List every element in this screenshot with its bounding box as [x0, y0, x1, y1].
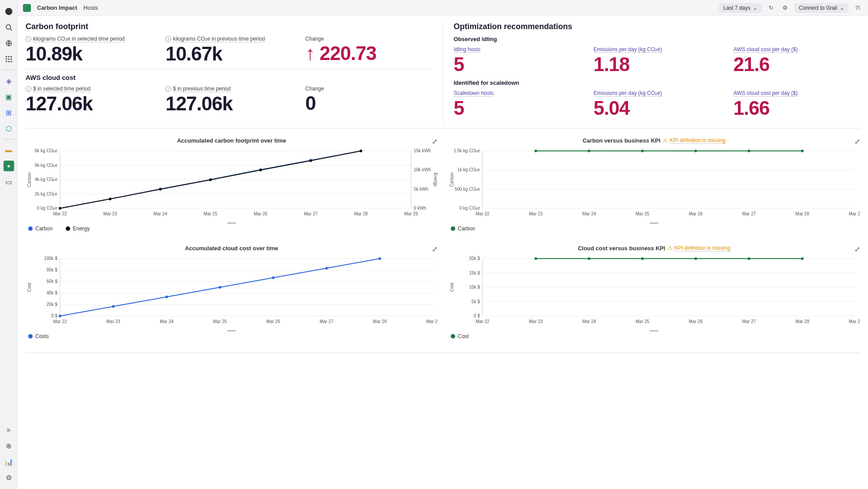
svg-rect-4 — [6, 56, 7, 57]
idling-emissions-link[interactable]: Emissions per day (kg CO₂e) — [594, 46, 662, 53]
svg-point-51 — [310, 159, 312, 162]
svg-rect-11 — [8, 61, 9, 62]
svg-line-2 — [10, 29, 12, 30]
svg-text:Mar 29: Mar 29 — [849, 319, 860, 324]
info-icon[interactable]: i — [26, 36, 31, 42]
info-icon[interactable]: i — [26, 86, 31, 92]
svg-point-0 — [5, 8, 12, 15]
aws-cost-title: AWS cloud cost — [26, 74, 432, 81]
svg-text:10k $: 10k $ — [469, 285, 480, 290]
help-icon[interactable]: ?⃝ — [853, 3, 863, 13]
svg-point-126 — [535, 257, 537, 260]
expand-icon[interactable]: ⤢ — [432, 245, 438, 253]
kpi-value: 0 — [305, 93, 432, 114]
svg-text:Mar 27: Mar 27 — [304, 211, 318, 216]
chart-title: Accumulated cloud cost over time — [185, 245, 278, 252]
svg-text:10k kWh: 10k kWh — [414, 167, 431, 172]
svg-text:Mar 23: Mar 23 — [529, 319, 543, 324]
svg-point-75 — [748, 150, 750, 152]
svg-text:Mar 27: Mar 27 — [742, 211, 756, 216]
svg-text:Mar 26: Mar 26 — [254, 211, 268, 216]
svg-text:Mar 23: Mar 23 — [106, 319, 120, 324]
scaledown-cost-link[interactable]: AWS cloud cost per day ($) — [733, 90, 798, 97]
legend-item: Cost — [451, 333, 469, 339]
kpi-label: $ in selected time period — [33, 86, 90, 92]
globe-icon[interactable] — [4, 38, 14, 49]
drag-handle[interactable] — [650, 330, 658, 331]
arrow-up-icon: ↑ — [305, 42, 314, 64]
refresh-icon[interactable]: ↻ — [766, 3, 776, 13]
svg-text:500 kg CO₂e: 500 kg CO₂e — [455, 186, 480, 191]
nav-carbon-icon[interactable]: ● — [4, 161, 14, 171]
kpi-value: 10.67k — [165, 43, 292, 64]
svg-text:Mar 27: Mar 27 — [320, 319, 334, 324]
connect-grail-button[interactable]: Connect to Grail ⌄ — [794, 3, 849, 13]
kpi-value: 21.6 — [733, 54, 860, 75]
time-range-selector[interactable]: Last 7 days ⌄ — [719, 3, 762, 13]
nav-grid-icon[interactable]: ⊞ — [4, 107, 14, 118]
drag-handle[interactable] — [650, 222, 658, 224]
settings-icon[interactable]: ⚙ — [780, 3, 790, 13]
svg-point-105 — [378, 257, 381, 260]
svg-text:Mar 24: Mar 24 — [582, 211, 596, 216]
legend-item: Energy — [66, 226, 90, 232]
kpi-value: 5 — [454, 98, 580, 119]
nav-chart-icon[interactable]: 📊 — [4, 456, 14, 467]
nav-box-icon[interactable]: ▣ — [4, 91, 14, 102]
info-icon[interactable]: i — [165, 86, 171, 92]
svg-rect-8 — [8, 59, 9, 60]
svg-text:Mar 28: Mar 28 — [796, 211, 810, 216]
legend-item: Carbon — [28, 226, 52, 232]
search-icon[interactable] — [4, 22, 14, 33]
svg-rect-7 — [6, 59, 7, 60]
warning-icon: ⚠ — [663, 137, 668, 143]
dashboard-content: Carbon footprint ikilograms CO₂e in sele… — [18, 16, 868, 489]
scaledown-kpi-row: Scaledown hosts5 Emissions per day (kg C… — [454, 89, 861, 119]
kpi-label: kilograms CO₂e in previous time period — [173, 36, 265, 42]
kpi-value: 5.04 — [594, 98, 720, 119]
scaledown-emissions-link[interactable]: Emissions per day (kg CO₂e) — [594, 90, 662, 97]
nav-gear-icon[interactable]: ⚙ — [4, 472, 14, 483]
nav-hex-icon[interactable]: ⬡ — [4, 123, 14, 134]
svg-text:8k kg CO₂e: 8k kg CO₂e — [35, 148, 58, 153]
svg-text:6k kg CO₂e: 6k kg CO₂e — [35, 162, 58, 167]
svg-text:Mar 28: Mar 28 — [796, 319, 810, 324]
breadcrumb-page[interactable]: Hosts — [83, 4, 98, 11]
topbar: Carbon Impact Hosts Last 7 days ⌄ ↻ ⚙ Co… — [18, 0, 868, 16]
svg-rect-9 — [11, 59, 12, 60]
svg-text:Mar 29: Mar 29 — [404, 211, 418, 216]
svg-point-131 — [801, 257, 804, 260]
nav-monitor-icon[interactable]: ▭ — [4, 177, 14, 187]
chart-carbon-kpi: Carbon versus business KPI ⚠KPI definiti… — [448, 137, 860, 232]
logo-icon[interactable] — [4, 6, 14, 17]
nav-cube-icon[interactable]: ◈ — [4, 75, 14, 86]
kpi-value: 5 — [454, 54, 580, 75]
svg-point-74 — [694, 150, 697, 152]
nav-globe2-icon[interactable]: ⊕ — [4, 440, 14, 451]
drag-handle[interactable] — [227, 330, 236, 331]
scaledown-hosts-link[interactable]: Scaledown hosts — [454, 90, 494, 97]
expand-icon[interactable]: ⤢ — [854, 245, 860, 253]
kpi-value-change: ↑ 220.73 — [305, 43, 432, 64]
svg-text:Cost: Cost — [449, 282, 454, 292]
svg-text:Mar 22: Mar 22 — [53, 211, 67, 216]
drag-handle[interactable] — [227, 222, 236, 224]
idling-hosts-link[interactable]: Idling hosts — [454, 46, 481, 53]
idling-title: Observed idling — [454, 36, 861, 42]
svg-text:5k $: 5k $ — [471, 299, 480, 304]
expand-icon[interactable]: ⤢ — [432, 137, 438, 146]
idling-cost-link[interactable]: AWS cloud cost per day ($) — [733, 46, 798, 53]
idling-kpi-row: Idling hosts5 Emissions per day (kg CO₂e… — [454, 45, 861, 75]
svg-text:0 kg CO₂e: 0 kg CO₂e — [37, 206, 58, 211]
svg-text:20k $: 20k $ — [469, 256, 480, 261]
svg-point-47 — [109, 198, 112, 200]
expand-sidebar-icon[interactable]: » — [4, 425, 14, 435]
info-icon[interactable]: i — [165, 36, 171, 42]
breadcrumb-app[interactable]: Carbon Impact — [37, 4, 77, 11]
nav-folder-icon[interactable]: ▬ — [4, 145, 14, 155]
expand-icon[interactable]: ⤢ — [854, 137, 860, 146]
svg-point-99 — [59, 315, 61, 317]
apps-icon[interactable] — [4, 54, 14, 64]
svg-text:0 kg CO₂e: 0 kg CO₂e — [460, 206, 480, 211]
svg-text:Cost: Cost — [27, 282, 32, 292]
